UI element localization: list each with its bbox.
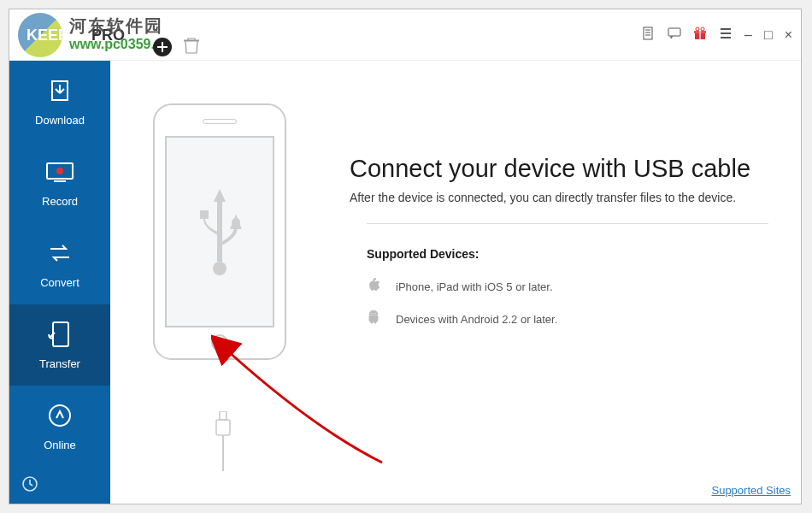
- device-illustration: [153, 103, 286, 360]
- plus-icon: [157, 42, 168, 52]
- sidebar-item-label: Record: [42, 195, 78, 208]
- maximize-button[interactable]: □: [764, 27, 773, 43]
- sidebar-item-label: Convert: [40, 276, 79, 289]
- app-window: KEEPVID PRO 河东软件园 www.pc0359.cn – □ ×: [9, 9, 802, 504]
- sidebar-item-download[interactable]: Download: [9, 61, 110, 142]
- supported-sites-link[interactable]: Supported Sites: [711, 484, 791, 497]
- headline: Connect your device with USB cable: [350, 155, 750, 183]
- svg-point-13: [213, 262, 227, 275]
- svg-point-18: [371, 313, 372, 314]
- divider: [367, 223, 768, 224]
- svg-rect-10: [53, 322, 68, 346]
- svg-rect-4: [699, 31, 701, 39]
- svg-point-19: [374, 313, 375, 314]
- menu-icon[interactable]: [719, 27, 733, 44]
- supported-device-android: Devices with Android 2.2 or later.: [367, 310, 557, 327]
- svg-rect-16: [216, 420, 230, 435]
- svg-point-11: [50, 405, 70, 426]
- chat-icon[interactable]: [668, 27, 681, 44]
- android-icon: [367, 310, 380, 327]
- convert-icon: [45, 239, 74, 268]
- minimize-button[interactable]: –: [744, 27, 752, 43]
- sidebar-item-label: Download: [35, 114, 85, 127]
- sidebar-item-convert[interactable]: Convert: [9, 223, 110, 304]
- subheadline: After the device is connected, you can d…: [350, 191, 736, 204]
- supported-device-apple: iPhone, iPad with iOS 5 or later.: [367, 278, 553, 295]
- clock-icon[interactable]: [21, 475, 38, 496]
- download-icon: [45, 76, 74, 105]
- svg-rect-15: [220, 411, 227, 420]
- sidebar-item-online[interactable]: Online: [9, 386, 110, 467]
- delete-button[interactable]: [184, 37, 199, 57]
- sidebar-item-label: Transfer: [39, 357, 80, 370]
- record-icon: [45, 157, 74, 186]
- app-body: Download Record Convert Transfer: [9, 61, 801, 504]
- title-actions: [153, 37, 199, 57]
- trash-icon: [184, 37, 199, 54]
- supported-devices-title: Supported Devices:: [367, 247, 479, 261]
- svg-point-6: [701, 27, 704, 31]
- svg-rect-0: [644, 27, 652, 39]
- supported-device-text: Devices with Android 2.2 or later.: [396, 313, 557, 326]
- close-button[interactable]: ×: [785, 27, 792, 43]
- document-icon[interactable]: [642, 27, 656, 44]
- svg-point-5: [696, 27, 699, 31]
- phone-screen: [165, 136, 274, 327]
- phone-home-button: [211, 334, 228, 351]
- usb-icon: [190, 185, 250, 279]
- sidebar-bottom: [9, 467, 110, 504]
- gift-icon[interactable]: [693, 27, 707, 44]
- sidebar-item-record[interactable]: Record: [9, 142, 110, 223]
- window-controls: – □ ×: [642, 27, 792, 44]
- transfer-icon: [45, 320, 74, 349]
- online-icon: [45, 401, 74, 430]
- phone-outline: [153, 103, 286, 360]
- phone-speaker: [203, 119, 237, 124]
- add-button[interactable]: [153, 38, 172, 56]
- sidebar-item-label: Online: [44, 439, 76, 451]
- sidebar-item-transfer[interactable]: Transfer: [9, 304, 110, 386]
- content-area: Connect your device with USB cable After…: [110, 61, 801, 504]
- supported-device-text: iPhone, iPad with iOS 5 or later.: [396, 280, 553, 293]
- title-bar: KEEPVID PRO 河东软件园 www.pc0359.cn – □ ×: [9, 9, 801, 61]
- cable-icon: [213, 411, 233, 471]
- sidebar: Download Record Convert Transfer: [9, 61, 110, 504]
- watermark-brand: 河东软件园: [69, 15, 163, 38]
- svg-point-14: [232, 218, 240, 227]
- logo-area: KEEPVID PRO 河东软件园 www.pc0359.cn: [18, 11, 172, 59]
- svg-point-9: [56, 168, 63, 174]
- apple-icon: [367, 278, 380, 295]
- svg-rect-1: [668, 28, 680, 36]
